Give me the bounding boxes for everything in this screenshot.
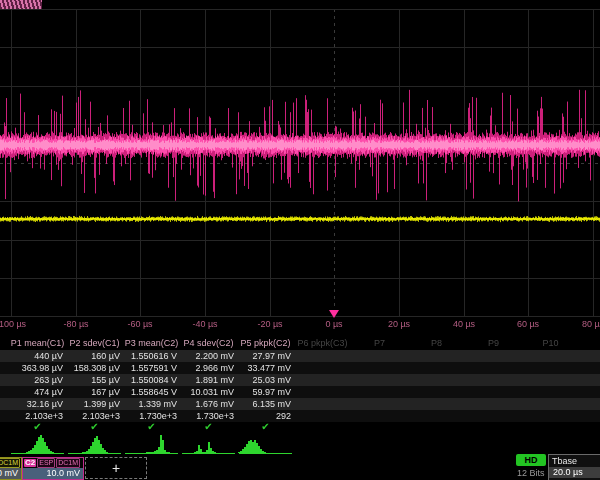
timebase-label: Tbase xyxy=(549,455,600,467)
axis-tick-label: 0 µs xyxy=(325,319,342,329)
trigger-time-marker[interactable] xyxy=(329,310,339,318)
add-trace-button[interactable]: + xyxy=(85,457,147,479)
axis-tick-label: -20 µs xyxy=(257,319,282,329)
timebase-value: 20.0 µs xyxy=(549,467,600,478)
axis-tick-label: 40 µs xyxy=(453,319,475,329)
axis-tick-label: -80 µs xyxy=(63,319,88,329)
oscilloscope-screen: -100 µs-80 µs-60 µs-40 µs-20 µs0 µs20 µs… xyxy=(0,0,600,480)
c2-volts-per-div: 10.0 mV xyxy=(23,468,83,479)
trace-annotation-badge xyxy=(0,0,42,9)
axis-tick-label: -40 µs xyxy=(192,319,217,329)
axis-tick-label: -60 µs xyxy=(127,319,152,329)
c1-coupling-badge: DC1M xyxy=(0,458,20,468)
axis-tick-label: 20 µs xyxy=(388,319,410,329)
c1-volts-per-div: 10.0 mV xyxy=(0,468,21,479)
axis-tick-label: 80 µs xyxy=(582,319,600,329)
axis-tick-label: 60 µs xyxy=(517,319,539,329)
c2-label: C2 xyxy=(24,459,36,467)
hd-mode-badge[interactable]: HD xyxy=(516,454,546,466)
timebase-descriptor[interactable]: Tbase 20.0 µs xyxy=(548,454,600,480)
channel-c2-descriptor[interactable]: C2 ESP DC1M 10.0 mV xyxy=(22,457,84,480)
channel-c1-descriptor[interactable]: DC1M 10.0 mV xyxy=(0,457,22,480)
axis-tick-label: -100 µs xyxy=(0,319,26,329)
hd-bits-label: 12 Bits xyxy=(517,468,545,478)
c2-esp-badge: ESP xyxy=(37,458,55,468)
waveform-display[interactable] xyxy=(0,0,600,480)
c2-coupling-badge: DC1M xyxy=(56,458,80,468)
